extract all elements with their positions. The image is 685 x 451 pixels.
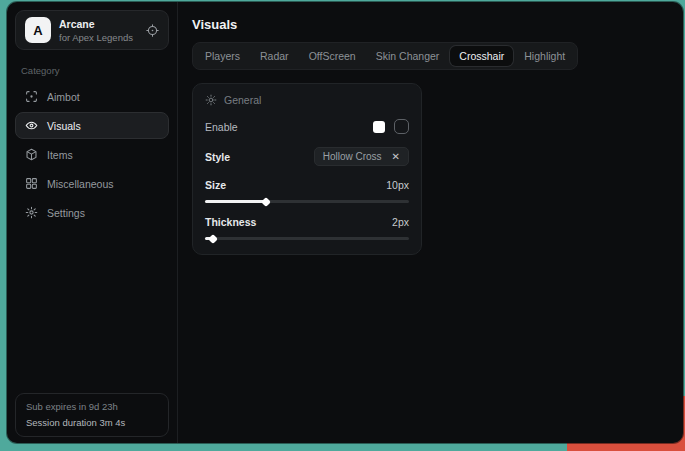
style-label: Style [205,151,230,163]
thickness-slider-thumb[interactable] [208,234,218,244]
size-slider-thumb[interactable] [261,197,271,207]
panel-header-label: General [224,94,261,106]
enable-checkbox[interactable] [394,119,409,134]
panel-header: General [205,94,409,106]
sidebar-item-visuals[interactable]: Visuals [15,112,169,139]
sub-expires-text: Sub expires in 9d 23h [26,402,158,412]
sidebar-item-items[interactable]: Items [15,141,169,168]
sidebar-item-label: Items [47,149,73,161]
brand-subtitle: for Apex Legends [59,32,133,43]
gear-icon [25,206,38,219]
thickness-row: Thickness 2px [205,216,409,228]
brand-card: A Arcane for Apex Legends [15,10,169,50]
brand-text: Arcane for Apex Legends [59,18,133,43]
sidebar-item-settings[interactable]: Settings [15,199,169,226]
style-row: Style Hollow Cross ✕ [205,147,409,166]
size-slider[interactable] [205,200,409,203]
size-label: Size [205,179,226,191]
size-row: Size 10px [205,179,409,191]
sidebar-item-label: Aimbot [47,91,80,103]
crosshair-icon [25,90,38,103]
color-swatch[interactable] [373,121,385,133]
main-content: Visuals Players Radar OffScreen Skin Cha… [178,2,683,443]
grid-icon [25,177,38,190]
size-value: 10px [386,179,409,191]
sidebar-item-aimbot[interactable]: Aimbot [15,83,169,110]
sun-icon [205,94,217,106]
app-logo: A [25,17,51,43]
app-window: A Arcane for Apex Legends Category [7,2,683,443]
general-panel: General Enable Style Hollow Cross ✕ [192,83,422,255]
subscription-info-box: Sub expires in 9d 23h Session duration 3… [15,393,169,437]
category-label: Category [21,65,163,76]
tab-radar[interactable]: Radar [251,46,298,66]
tab-offscreen[interactable]: OffScreen [300,46,365,66]
box-icon [25,148,38,161]
enable-row: Enable [205,119,409,134]
size-slider-fill [205,200,266,203]
sidebar-item-label: Visuals [47,120,81,132]
tab-skin-changer[interactable]: Skin Changer [367,46,449,66]
tab-highlight[interactable]: Highlight [515,46,574,66]
tab-crosshair[interactable]: Crosshair [450,46,513,66]
thickness-value: 2px [392,216,409,228]
tab-players[interactable]: Players [196,46,249,66]
sidebar-item-label: Miscellaneous [47,178,114,190]
page-title: Visuals [192,18,669,32]
session-duration-text: Session duration 3m 4s [26,418,158,428]
sidebar: A Arcane for Apex Legends Category [7,2,178,443]
thickness-slider[interactable] [205,237,409,240]
enable-label: Enable [205,121,238,133]
brand-title: Arcane [59,18,133,30]
style-value: Hollow Cross [323,151,382,162]
target-icon[interactable] [146,24,159,37]
clear-icon[interactable]: ✕ [392,151,400,162]
tab-bar: Players Radar OffScreen Skin Changer Cro… [192,42,578,70]
thickness-label: Thickness [205,216,256,228]
sidebar-item-label: Settings [47,207,85,219]
eye-icon [25,119,38,132]
sidebar-item-miscellaneous[interactable]: Miscellaneous [15,170,169,197]
enable-controls [373,119,409,134]
style-select[interactable]: Hollow Cross ✕ [314,147,409,166]
